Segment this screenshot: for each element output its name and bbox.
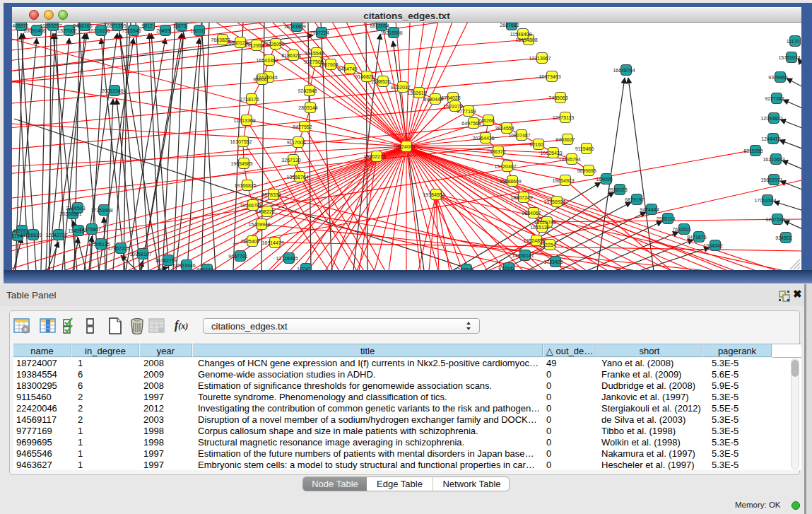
svg-text:7986372: 7986372 [486,149,505,154]
svg-text:9812: 9812 [141,23,153,28]
svg-text:15692971: 15692971 [760,177,782,182]
svg-text:18807249: 18807249 [510,195,532,200]
svg-text:16782759: 16782759 [155,258,177,263]
svg-text:11873: 11873 [173,23,187,28]
svg-text:9242848: 9242848 [298,88,317,93]
svg-text:12213369: 12213369 [233,118,255,123]
svg-text:1733426: 1733426 [543,259,563,264]
svg-text:8912954: 8912954 [245,43,264,48]
svg-text:10742: 10742 [297,267,311,270]
svg-text:9329966: 9329966 [768,75,787,80]
svg-text:6794028: 6794028 [441,95,460,100]
svg-text:19654923: 19654923 [552,178,574,183]
svg-text:16914479: 16914479 [261,240,283,245]
svg-text:1244415: 1244415 [761,136,780,141]
svg-text:9684067: 9684067 [522,211,541,216]
svg-text:6879197: 6879197 [625,197,644,202]
svg-text:19166825: 19166825 [234,183,256,188]
svg-text:10853257: 10853257 [40,23,61,28]
svg-text:9146821: 9146821 [355,74,374,79]
svg-text:10025433: 10025433 [540,151,562,156]
svg-text:12975115: 12975115 [553,115,575,120]
svg-text:11156829: 11156829 [20,233,42,238]
svg-text:23226058: 23226058 [262,42,284,47]
svg-text:8813054: 8813054 [370,23,389,28]
svg-text:98906: 98906 [253,77,267,82]
svg-text:2803144: 2803144 [298,105,317,110]
svg-text:746266: 746266 [478,118,494,123]
svg-text:20691406: 20691406 [23,28,45,33]
svg-text:1064342: 1064342 [703,243,722,248]
svg-text:10688609: 10688609 [499,179,521,184]
svg-text:10973493: 10973493 [539,74,560,79]
svg-text:8471676: 8471676 [687,235,706,240]
svg-text:19756928: 19756928 [543,199,565,204]
svg-text:7515546: 7515546 [305,51,324,56]
svg-text:8322037: 8322037 [391,85,410,90]
svg-text:9474444: 9474444 [640,207,659,212]
svg-text:13716485: 13716485 [276,256,298,261]
svg-text:8990448: 8990448 [423,97,442,102]
svg-text:8215955: 8215955 [743,148,763,153]
svg-text:16543362: 16543362 [256,58,278,63]
svg-text:7663822: 7663822 [211,37,230,42]
svg-text:10719155: 10719155 [88,28,110,33]
svg-text:16154808: 16154808 [515,37,537,42]
svg-text:17957225: 17957225 [107,246,129,251]
svg-text:2367608: 2367608 [319,62,338,67]
svg-text:17359968: 17359968 [90,208,112,213]
svg-text:16120746: 16120746 [534,220,555,225]
svg-text:8454749: 8454749 [338,66,357,71]
svg-text:11548408: 11548408 [510,32,532,37]
svg-text:3824554: 3824554 [495,126,514,131]
svg-text:10807487: 10807487 [508,133,530,138]
svg-text:62160: 62160 [529,142,543,147]
svg-text:7515546: 7515546 [122,28,141,33]
svg-text:12923446: 12923446 [173,263,195,268]
svg-text:16201: 16201 [190,28,204,33]
svg-text:873542: 873542 [498,266,514,270]
svg-text:8466160: 8466160 [73,23,92,28]
svg-text:7632621: 7632621 [672,227,691,232]
svg-text:9777169: 9777169 [457,109,476,114]
svg-text:13495794: 13495794 [558,157,580,162]
svg-text:33975867: 33975867 [78,227,100,232]
svg-text:19384554: 19384554 [423,192,445,197]
svg-text:14136141: 14136141 [512,253,534,258]
svg-text:1248548: 1248548 [454,267,473,270]
svg-text:13558764: 13558764 [286,175,308,180]
svg-text:15302215: 15302215 [363,154,385,159]
svg-text:164095: 164095 [596,177,612,182]
svg-text:8938923: 8938923 [608,187,627,192]
svg-text:7957224: 7957224 [310,30,329,35]
svg-text:996244: 996244 [196,267,213,270]
svg-text:12093822: 12093822 [760,116,782,121]
svg-text:20453: 20453 [156,28,170,33]
svg-text:9463627: 9463627 [555,137,575,142]
svg-text:10958107: 10958107 [129,252,151,257]
svg-text:9427552: 9427552 [293,124,312,129]
svg-text:9115460: 9115460 [575,146,594,151]
svg-text:1621072: 1621072 [443,104,462,109]
svg-text:20364436: 20364436 [472,136,494,141]
svg-text:9227342: 9227342 [765,96,784,101]
svg-text:20206561: 20206561 [59,211,81,216]
svg-text:19654985: 19654985 [230,161,252,166]
svg-text:12505135: 12505135 [88,242,110,247]
svg-text:2718176: 2718176 [240,97,259,102]
svg-text:1615132: 1615132 [530,225,549,230]
svg-text:10046788: 10046788 [240,203,261,208]
svg-text:7485063: 7485063 [548,95,567,100]
svg-text:16107552: 16107552 [230,139,252,144]
svg-text:3267130: 3267130 [281,158,300,163]
svg-text:9117004: 9117004 [287,140,306,145]
svg-text:16033809: 16033809 [283,24,305,29]
svg-text:15751074: 15751074 [778,55,800,60]
svg-text:16671355: 16671355 [104,23,126,28]
svg-text:1267534: 1267534 [765,217,784,222]
svg-text:1527602: 1527602 [57,28,76,33]
svg-text:11170: 11170 [787,39,800,44]
svg-text:18724007: 18724007 [393,144,415,149]
svg-text:9657791: 9657791 [228,254,247,259]
svg-text:1362615: 1362615 [407,90,426,95]
